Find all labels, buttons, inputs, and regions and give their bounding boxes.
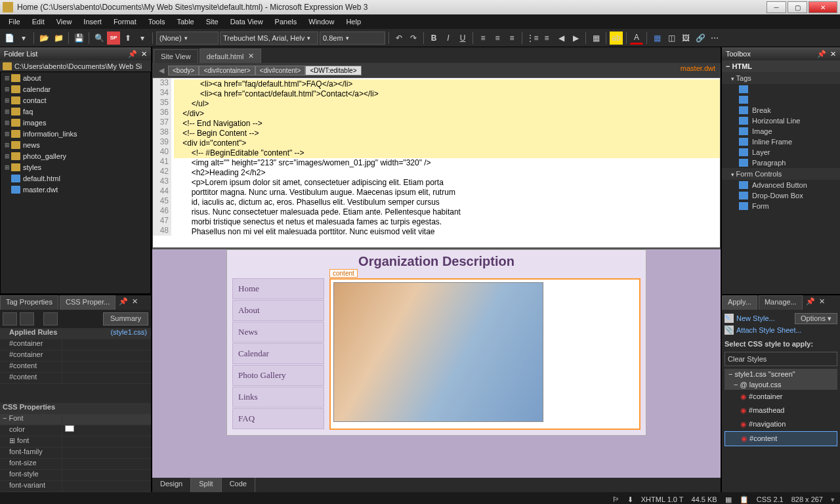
menu-tools[interactable]: Tools — [142, 16, 171, 28]
folder-item[interactable]: ⊞information_links — [1, 128, 150, 139]
layers-icon[interactable]: ◫ — [665, 32, 678, 45]
font-color-icon[interactable]: A — [630, 32, 643, 45]
dimensions-status[interactable]: 828 x 267 — [791, 495, 823, 503]
css-rule[interactable]: #content — [724, 431, 837, 446]
design-view[interactable]: Organization Description HomeAboutNewsCa… — [152, 248, 721, 478]
css-schema-status[interactable]: CSS 2.1 — [757, 495, 784, 503]
applied-rule[interactable]: #container — [0, 339, 151, 350]
breadcrumb-item[interactable]: <div#content> — [255, 66, 306, 75]
toolbox-item[interactable]: Inline Frame — [722, 136, 840, 147]
css-rule[interactable]: #container — [724, 390, 837, 404]
align-right-icon[interactable]: ≡ — [505, 32, 518, 45]
preview-icon[interactable]: 🔍 — [93, 32, 106, 45]
nav-link[interactable]: Links — [232, 387, 324, 408]
folder-item[interactable]: ⊞styles — [1, 161, 150, 173]
redo-icon[interactable]: ↷ — [407, 32, 420, 45]
stylesheet-link[interactable]: (style1.css) — [62, 328, 151, 339]
breadcrumb-item[interactable]: <DWT:editable> — [305, 66, 361, 75]
pin-icon[interactable]: 📌 — [817, 50, 826, 58]
toolbox-item[interactable]: Horizontal Line — [722, 116, 840, 126]
folder-item[interactable]: default.html — [1, 173, 150, 184]
highlight-icon[interactable]: ab — [610, 32, 623, 45]
document-tab[interactable]: Site View — [154, 49, 198, 63]
new-style-link[interactable]: ✎New Style... — [724, 312, 775, 324]
sort-icon[interactable] — [43, 312, 58, 326]
folder-item[interactable]: ⊞photo_gallery — [1, 150, 150, 161]
nav-link[interactable]: Home — [232, 278, 324, 299]
font-category[interactable]: Font — [9, 414, 23, 422]
folder-item[interactable]: master.dwt — [1, 184, 150, 195]
nav-link[interactable]: FAQ — [232, 408, 324, 429]
menu-window[interactable]: Window — [303, 16, 340, 28]
options-button[interactable]: Options ▾ — [795, 313, 837, 324]
nav-link[interactable]: News — [232, 322, 324, 343]
toolbox-item[interactable]: Break — [722, 105, 840, 116]
breadcrumb-prev-icon[interactable]: ◀ — [156, 66, 167, 75]
nav-link[interactable]: Calendar — [232, 343, 324, 364]
applied-rule[interactable]: #content — [0, 373, 151, 384]
tab-tag-properties[interactable]: Tag Properties — [0, 295, 58, 310]
show-cat-icon[interactable] — [20, 312, 34, 326]
show-set-icon[interactable] — [3, 312, 17, 326]
italic-icon[interactable]: I — [442, 32, 455, 45]
nav-link[interactable]: Photo Gallery — [232, 365, 324, 386]
toolbox-item[interactable]: Advanced Button — [722, 180, 840, 190]
list-bullet-icon[interactable]: ⋮≡ — [526, 32, 539, 45]
menu-table[interactable]: Table — [171, 16, 200, 28]
menu-format[interactable]: Format — [108, 16, 142, 28]
folder-item[interactable]: ⊞contact — [1, 94, 150, 106]
dropdown2-icon[interactable]: ▾ — [136, 32, 149, 45]
style-combo[interactable]: (None) — [156, 32, 219, 45]
menu-edit[interactable]: Edit — [26, 16, 51, 28]
size-combo[interactable]: 0.8em — [320, 32, 385, 45]
minimize-button[interactable]: ─ — [766, 1, 786, 13]
document-tab[interactable]: default.html ✕ — [200, 49, 261, 63]
close-button[interactable]: ✕ — [808, 1, 837, 13]
download-icon[interactable]: ⬇ — [627, 495, 633, 504]
toolbox-item[interactable]: Drop-Down Box — [722, 190, 840, 201]
open-site-icon[interactable]: 📁 — [52, 32, 65, 45]
more-icon[interactable]: ⋯ — [708, 32, 721, 45]
menu-help[interactable]: Help — [340, 16, 367, 28]
toolbox-item[interactable]: Paragraph — [722, 158, 840, 168]
nav-link[interactable]: About — [232, 300, 324, 321]
css-property[interactable]: color — [0, 425, 151, 436]
view-tab-split[interactable]: Split — [191, 478, 221, 492]
doctype-status[interactable]: XHTML 1.0 T — [641, 495, 684, 503]
tab-apply-styles[interactable]: Apply... — [722, 295, 757, 310]
pin-icon[interactable]: 📌 — [804, 295, 817, 310]
css-property[interactable]: font-size — [0, 459, 151, 470]
css-property[interactable]: font-style — [0, 470, 151, 481]
tab-css-properties[interactable]: CSS Proper... — [60, 295, 116, 310]
outdent-icon[interactable]: ◀ — [555, 32, 568, 45]
css-rule[interactable]: #navigation — [724, 417, 837, 431]
font-combo[interactable]: Trebuchet MS, Arial, Helv — [220, 32, 318, 45]
close-icon[interactable]: ✕ — [141, 50, 147, 58]
editable-content-region[interactable]: content — [329, 278, 640, 430]
applied-rule[interactable]: #content — [0, 362, 151, 373]
pin-icon[interactable]: 📌 — [117, 295, 130, 310]
visual-aids-icon[interactable]: 🏳 — [612, 495, 620, 503]
table-icon[interactable]: ▦ — [650, 32, 663, 45]
toolbox-item[interactable]: Form — [722, 201, 840, 211]
superpreview-icon[interactable]: SP — [107, 32, 120, 45]
image-icon[interactable]: 🖼 — [679, 32, 692, 45]
folder-item[interactable]: ⊞about — [1, 72, 150, 83]
dropdown-icon[interactable]: ▾ — [17, 32, 30, 45]
css-property[interactable]: font-variant — [0, 481, 151, 492]
folder-item[interactable]: ⊞news — [1, 139, 150, 150]
toolbox-item[interactable] — [722, 84, 840, 94]
publish-icon[interactable]: ⬆ — [121, 32, 135, 45]
indent-icon[interactable]: ▶ — [569, 32, 582, 45]
folder-item[interactable]: ⊞images — [1, 117, 150, 128]
undo-icon[interactable]: ↶ — [392, 32, 406, 45]
toolbox-item[interactable]: Image — [722, 126, 840, 136]
css-rule[interactable]: #masthead — [724, 404, 837, 417]
borders-icon[interactable]: ▦ — [589, 32, 602, 45]
folder-item[interactable]: ⊞faq — [1, 106, 150, 117]
summary-button[interactable]: Summary — [103, 312, 148, 326]
hyperlink-icon[interactable]: 🔗 — [694, 32, 707, 45]
preview-image[interactable] — [333, 282, 543, 422]
maximize-button[interactable]: ▢ — [788, 1, 807, 13]
close-icon[interactable]: ✕ — [830, 50, 836, 58]
